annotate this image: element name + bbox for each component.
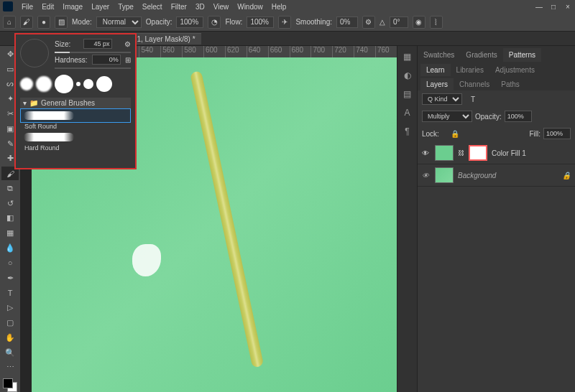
brush-preset[interactable] xyxy=(55,75,73,93)
tab-paths[interactable]: Paths xyxy=(495,78,525,90)
menu-type[interactable]: Type xyxy=(114,3,138,11)
folder-icon: 📁 xyxy=(29,99,38,107)
eraser-tool[interactable]: ◧ xyxy=(1,212,19,225)
tab-channels[interactable]: Channels xyxy=(454,78,495,90)
tab-libraries[interactable]: Libraries xyxy=(451,64,489,76)
symmetry-icon[interactable]: ⦚ xyxy=(430,16,443,29)
close-button[interactable]: × xyxy=(561,0,575,13)
edit-toolbar[interactable]: ⋯ xyxy=(1,360,19,374)
layer-thumb[interactable] xyxy=(435,167,454,183)
tab-swatches[interactable]: Swatches xyxy=(418,48,460,62)
blur-tool[interactable]: 💧 xyxy=(1,241,19,255)
layer-row[interactable]: 👁 ⛓ Color Fill 1 xyxy=(418,142,575,164)
adjustments-panel-icon[interactable]: ◐ xyxy=(401,69,414,82)
lock-label: Lock: xyxy=(422,130,439,138)
visibility-icon[interactable]: 👁 xyxy=(422,149,431,157)
zoom-tool[interactable]: 🔍 xyxy=(1,346,19,360)
menu-help[interactable]: Help xyxy=(267,3,291,11)
dodge-tool[interactable]: ○ xyxy=(1,256,19,270)
brush-settings-icon[interactable]: ▨ xyxy=(55,16,68,29)
brush-preview[interactable] xyxy=(20,39,49,67)
fill-input[interactable] xyxy=(543,128,571,139)
tab-gradients[interactable]: Gradients xyxy=(460,48,502,62)
history-brush-tool[interactable]: ↺ xyxy=(1,197,19,210)
brush-item[interactable] xyxy=(20,108,131,123)
new-preset-icon[interactable]: ⊞ xyxy=(125,56,131,64)
type-panel-icon[interactable]: A xyxy=(401,106,414,119)
pressure-opacity-icon[interactable]: ◔ xyxy=(208,16,221,29)
maximize-button[interactable]: □ xyxy=(546,0,561,13)
layers-tabrow: Layers Channels Paths xyxy=(418,76,575,90)
menu-image[interactable]: Image xyxy=(58,3,87,11)
pressure-size-icon[interactable]: ◉ xyxy=(413,16,426,29)
link-icon[interactable]: ⛓ xyxy=(458,149,464,157)
layer-thumb[interactable] xyxy=(435,145,454,161)
menu-filter[interactable]: Filter xyxy=(167,3,191,11)
tab-patterns[interactable]: Patterns xyxy=(503,48,541,62)
group-header[interactable]: ▾ 📁 General Brushes xyxy=(20,98,131,108)
size-input[interactable] xyxy=(83,39,112,49)
layer-row[interactable]: 👁 Background 🔒 xyxy=(418,164,575,187)
hand-tool[interactable]: ✋ xyxy=(1,331,19,345)
brush-item-label: Hard Round xyxy=(20,144,131,151)
brush-preset[interactable] xyxy=(76,82,80,86)
actions-panel-icon[interactable]: ▤ xyxy=(401,88,414,101)
brush-item-label: Soft Round xyxy=(20,123,131,130)
airbrush-icon[interactable]: ✈ xyxy=(278,16,291,29)
opacity-input[interactable] xyxy=(176,17,203,28)
menu-edit[interactable]: Edit xyxy=(37,3,58,11)
tab-learn[interactable]: Learn xyxy=(420,64,451,76)
layer-name[interactable]: Color Fill 1 xyxy=(492,149,526,157)
layer-mask-thumb[interactable] xyxy=(469,145,487,161)
gear-icon[interactable]: ⚙ xyxy=(124,40,131,48)
blend-mode-select[interactable]: Multiply xyxy=(422,111,472,122)
blend-bar: Multiply Opacity: xyxy=(418,108,575,125)
brush-tool-icon[interactable]: 🖌 xyxy=(20,16,33,29)
brush-preset-icon[interactable]: ● xyxy=(37,16,50,29)
brush-preset[interactable] xyxy=(96,76,112,92)
brush-preset[interactable] xyxy=(83,79,93,89)
shape-tool[interactable]: ▢ xyxy=(1,316,19,330)
smoothing-gear-icon[interactable]: ⚙ xyxy=(362,16,375,29)
tab-adjustments[interactable]: Adjustments xyxy=(489,64,540,76)
brush-preset[interactable] xyxy=(36,76,52,92)
flow-input[interactable] xyxy=(247,17,274,28)
stamp-tool[interactable]: ⧉ xyxy=(1,182,19,195)
layer-opacity-input[interactable] xyxy=(505,111,532,122)
angle-input[interactable] xyxy=(390,17,408,28)
visibility-icon[interactable]: 👁 xyxy=(422,172,431,179)
color-panel-icon[interactable]: ▦ xyxy=(401,50,414,63)
brush-group: ▾ 📁 General Brushes Soft Round Hard Roun… xyxy=(20,98,131,151)
menu-3d[interactable]: 3D xyxy=(191,3,209,11)
foreground-color[interactable] xyxy=(3,378,13,388)
lock-bar: Lock: 🔒 Fill: xyxy=(418,125,575,142)
hardness-input[interactable] xyxy=(92,55,121,65)
minimize-button[interactable]: — xyxy=(532,0,546,13)
tab-layers[interactable]: Layers xyxy=(420,78,454,90)
filter-type-icon[interactable]: T xyxy=(471,95,475,103)
path-tool[interactable]: ▷ xyxy=(1,301,19,314)
brush-item[interactable] xyxy=(20,130,131,144)
learn-tabrow: Learn Libraries Adjustments xyxy=(418,62,575,76)
pen-tool[interactable]: ✒ xyxy=(1,271,19,285)
lock-icon: 🔒 xyxy=(562,172,571,179)
smoothing-input[interactable] xyxy=(336,17,358,28)
swatches-tabrow: Swatches Gradients Patterns xyxy=(418,46,575,62)
gradient-tool[interactable]: ▦ xyxy=(1,226,19,240)
menu-file[interactable]: File xyxy=(17,3,37,11)
menu-select[interactable]: Select xyxy=(138,3,167,11)
brush-preset[interactable] xyxy=(20,78,33,90)
mode-select[interactable]: Normal xyxy=(96,17,142,28)
home-icon[interactable]: ⌂ xyxy=(3,16,16,29)
layer-name[interactable]: Background xyxy=(458,172,496,179)
image-blob xyxy=(132,244,161,276)
menu-layer[interactable]: Layer xyxy=(87,3,114,11)
paragraph-panel-icon[interactable]: ¶ xyxy=(401,125,414,138)
color-swatches[interactable] xyxy=(3,378,17,392)
kind-select[interactable]: Q Kind xyxy=(422,93,462,105)
type-tool[interactable]: T xyxy=(1,286,19,300)
layer-opacity-label: Opacity: xyxy=(475,113,502,121)
lock-all-icon[interactable]: 🔒 xyxy=(451,130,459,138)
menu-view[interactable]: View xyxy=(209,3,234,11)
menu-window[interactable]: Window xyxy=(233,3,267,11)
